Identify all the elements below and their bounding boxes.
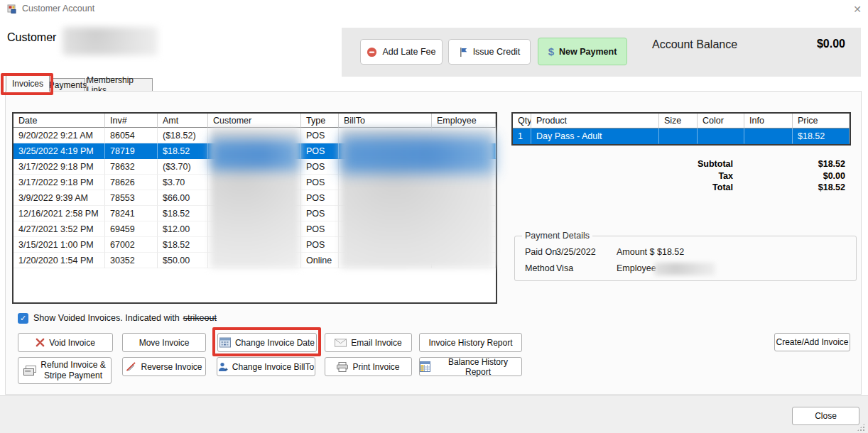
- cell-date: 4/27/2021 3:52 PM: [13, 221, 105, 237]
- cell-date: 3/25/2022 4:19 PM: [13, 143, 105, 159]
- cell-amt: $18.52: [158, 237, 208, 253]
- total-value: $18.52: [733, 182, 845, 194]
- cell-type: POS: [301, 206, 339, 221]
- show-voided-text: Show Voided Invoices. Indicated with: [33, 313, 180, 323]
- col-header-size[interactable]: Size: [659, 114, 698, 128]
- refund-line1: Refund Invoice &: [40, 360, 105, 370]
- cell-amt: $18.52: [158, 143, 208, 159]
- cell-inv: 86054: [105, 128, 158, 143]
- cell-inv: 67002: [105, 237, 158, 253]
- move-invoice-button[interactable]: Move Invoice: [122, 333, 206, 352]
- issue-credit-label: Issue Credit: [473, 47, 521, 57]
- method-label: Method: [525, 263, 555, 273]
- create-add-invoice-button[interactable]: Create/Add Invoice: [774, 333, 850, 351]
- line-items-grid: Qty Product Size Color Info Price 1 Day …: [511, 112, 851, 146]
- amount-label: Amount $: [617, 247, 655, 257]
- cell-amt: $50.00: [158, 253, 208, 268]
- email-invoice-label: Email Invoice: [351, 338, 401, 348]
- cell-size: [659, 128, 698, 144]
- cell-date: 3/17/2022 9:18 PM: [13, 159, 105, 175]
- cell-inv: 78241: [105, 206, 158, 221]
- col-header-type[interactable]: Type: [301, 114, 339, 128]
- tab-payments[interactable]: Payments: [50, 78, 85, 92]
- subtotal-value: $18.52: [733, 159, 845, 171]
- balance-history-report-button[interactable]: Balance History Report: [419, 357, 522, 376]
- cell-date: 9/20/2022 9:21 AM: [13, 128, 105, 143]
- col-header-inv[interactable]: Inv#: [105, 114, 158, 128]
- col-header-amt[interactable]: Amt: [158, 114, 208, 128]
- window-close-button[interactable]: ✕: [848, 1, 867, 17]
- change-invoice-billto-button[interactable]: Change Invoice BillTo: [217, 357, 315, 376]
- tab-invoices[interactable]: Invoices: [6, 75, 50, 92]
- cell-date: 1/20/2020 1:54 PM: [13, 253, 105, 268]
- show-voided-checkbox[interactable]: ✓: [18, 313, 28, 324]
- col-header-qty[interactable]: Qty: [513, 114, 531, 128]
- paid-on-value: 3/25/2022: [556, 247, 596, 257]
- move-invoice-label: Move Invoice: [139, 338, 190, 348]
- printer-icon: [337, 362, 348, 372]
- cell-inv: 78719: [105, 143, 158, 159]
- add-late-fee-label: Add Late Fee: [382, 47, 435, 57]
- col-header-employee[interactable]: Employee: [432, 114, 496, 128]
- account-balance-label: Account Balance: [652, 38, 737, 51]
- add-late-fee-button[interactable]: Add Late Fee: [360, 39, 443, 65]
- print-invoice-button[interactable]: Print Invoice: [325, 357, 412, 376]
- customer-column-selected-redacted: [210, 139, 300, 170]
- invoice-history-report-label: Invoice History Report: [428, 338, 512, 348]
- cell-type: POS: [301, 237, 339, 253]
- cell-amt: $3.70: [158, 175, 208, 190]
- cell-inv: 78632: [105, 159, 158, 175]
- method-value: Visa: [556, 263, 573, 273]
- billto-employee-selected-redacted: [340, 136, 494, 173]
- cell-amt: $12.00: [158, 221, 208, 237]
- paid-on-label: Paid On: [525, 247, 557, 257]
- print-invoice-label: Print Invoice: [352, 362, 399, 372]
- cell-amt: ($3.70): [158, 159, 208, 175]
- total-label: Total: [611, 182, 733, 194]
- cell-type: POS: [301, 221, 339, 237]
- col-header-customer[interactable]: Customer: [208, 114, 301, 128]
- envelope-icon: [335, 339, 347, 347]
- tax-label: Tax: [611, 171, 733, 183]
- col-header-color[interactable]: Color: [698, 114, 744, 128]
- reverse-slash-icon: [126, 362, 136, 371]
- window-title: Customer Account: [22, 4, 94, 13]
- change-invoice-date-button[interactable]: Change Invoice Date: [217, 333, 317, 352]
- totals-summary: Subtotal $18.52 Tax $0.00 Total $18.52: [611, 159, 845, 194]
- void-invoice-label: Void Invoice: [49, 338, 95, 348]
- person-icon: [218, 362, 228, 372]
- balance-history-report-label: Balance History Report: [435, 357, 521, 377]
- show-voided-label: Show Voided Invoices. Indicated withstri…: [33, 313, 217, 323]
- report-icon: [420, 361, 430, 372]
- strikeout-word: strikeout: [183, 313, 217, 323]
- email-invoice-button[interactable]: Email Invoice: [325, 333, 412, 352]
- col-header-price[interactable]: Price: [793, 114, 850, 128]
- invoice-history-report-button[interactable]: Invoice History Report: [419, 333, 522, 352]
- cell-inv: 69459: [105, 221, 158, 237]
- col-header-info[interactable]: Info: [744, 114, 793, 128]
- col-header-date[interactable]: Date: [13, 114, 105, 128]
- cell-type: POS: [301, 159, 339, 175]
- refund-invoice-stripe-button[interactable]: Refund Invoice & Stripe Payment: [18, 357, 112, 384]
- employee-label: Employee: [617, 263, 656, 273]
- customer-name-redacted: [63, 27, 158, 55]
- cell-amt: ($18.52): [158, 128, 208, 143]
- col-header-billto[interactable]: BillTo: [339, 114, 432, 128]
- amount-value: $18.52: [657, 247, 684, 257]
- tab-membership-links[interactable]: Membership Links: [86, 78, 153, 92]
- cell-product: Day Pass - Adult: [531, 128, 659, 144]
- reverse-invoice-label: Reverse Invoice: [141, 362, 202, 372]
- account-balance-value: $0.00: [753, 38, 845, 50]
- calendar-icon: [219, 337, 231, 348]
- customer-account-window: Customer Account ✕ Customer Add Late Fee…: [0, 0, 868, 433]
- new-payment-button[interactable]: $ New Payment: [538, 38, 627, 65]
- close-button[interactable]: Close: [792, 407, 859, 425]
- void-invoice-button[interactable]: Void Invoice: [18, 333, 113, 352]
- cell-date: 12/16/2021 2:58 PM: [13, 206, 105, 221]
- create-add-invoice-label: Create/Add Invoice: [776, 337, 848, 347]
- dollar-icon: $: [548, 45, 554, 57]
- col-header-product[interactable]: Product: [531, 114, 659, 128]
- issue-credit-button[interactable]: Issue Credit: [448, 39, 531, 65]
- close-button-label: Close: [815, 411, 837, 421]
- reverse-invoice-button[interactable]: Reverse Invoice: [122, 357, 206, 376]
